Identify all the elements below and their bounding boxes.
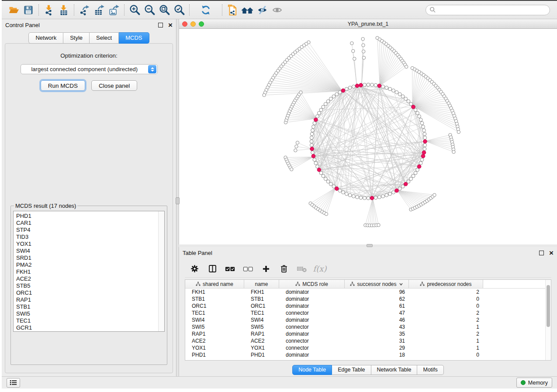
table-row[interactable]: SWI5SWI5connector431: [185, 323, 545, 330]
list-item[interactable]: ACE2: [16, 275, 158, 282]
zoom-selected-icon[interactable]: [172, 3, 187, 17]
import-table-icon[interactable]: [56, 3, 71, 17]
table-cell[interactable]: RAP1: [244, 330, 279, 337]
tab-select[interactable]: Select: [90, 32, 119, 44]
table-cell[interactable]: 96: [345, 289, 409, 296]
toggle-column-view-icon[interactable]: [207, 264, 218, 274]
table-cell[interactable]: YOX1: [185, 344, 244, 351]
search-box[interactable]: [426, 5, 550, 15]
list-item[interactable]: CAR1: [16, 220, 158, 227]
table-cell[interactable]: YOX1: [244, 344, 279, 351]
table-cell[interactable]: 43: [345, 323, 409, 330]
tab-node-table[interactable]: Node Table: [292, 365, 332, 375]
table-row[interactable]: RAP1RAP1dominator352: [185, 330, 545, 337]
table-cell[interactable]: 46: [345, 316, 409, 323]
list-item[interactable]: ORC1: [16, 289, 158, 296]
table-cell[interactable]: ORC1: [244, 303, 279, 309]
table-settings-icon[interactable]: [189, 264, 200, 274]
tab-edge-table[interactable]: Edge Table: [332, 365, 371, 375]
column-header-predecessor-nodes[interactable]: predecessor nodes: [409, 280, 483, 288]
list-item[interactable]: TID3: [16, 234, 158, 241]
bird-eye-view-icon[interactable]: [270, 3, 284, 17]
table-cell[interactable]: 0: [409, 351, 483, 358]
table-row[interactable]: FKH1FKH1dominator962: [185, 289, 545, 296]
export-network-icon[interactable]: [77, 3, 92, 17]
table-cell[interactable]: connector: [279, 309, 345, 316]
table-cell[interactable]: 2: [409, 316, 483, 323]
table-row[interactable]: PHD1PHD1dominator180: [185, 351, 545, 358]
float-panel-icon[interactable]: [539, 251, 544, 255]
list-item[interactable]: FKH1: [16, 268, 158, 275]
list-item[interactable]: TEC1: [16, 317, 158, 324]
column-header-successor-nodes[interactable]: successor nodes: [345, 280, 409, 288]
table-cell[interactable]: 1: [409, 337, 483, 344]
table-cell[interactable]: 0: [409, 296, 483, 303]
network-canvas[interactable]: [179, 29, 557, 244]
table-cell[interactable]: SWI5: [185, 323, 244, 330]
table-row[interactable]: SWI4SWI4dominator462: [185, 316, 545, 323]
table-cell[interactable]: 31: [345, 337, 409, 344]
zoom-fit-icon[interactable]: [157, 3, 172, 17]
table-cell[interactable]: ACE2: [185, 337, 244, 344]
table-cell[interactable]: SWI4: [244, 316, 279, 323]
network-window-titlebar[interactable]: YPA_prune.txt_1: [179, 19, 557, 29]
window-close-button[interactable]: [182, 21, 187, 27]
create-column-icon[interactable]: [261, 264, 271, 274]
table-cell[interactable]: 2: [409, 330, 483, 337]
export-table-icon[interactable]: [92, 3, 107, 17]
table-cell[interactable]: RAP1: [185, 330, 244, 337]
close-panel-button[interactable]: Close panel: [91, 80, 137, 91]
table-cell[interactable]: FKH1: [185, 289, 244, 296]
export-image-icon[interactable]: [107, 3, 121, 17]
deselect-all-rows-icon[interactable]: [243, 264, 253, 274]
list-item[interactable]: STB5: [16, 282, 158, 289]
list-item[interactable]: SRD1: [16, 254, 158, 261]
toggle-graphics-details-icon[interactable]: [255, 3, 270, 17]
list-item[interactable]: SWI5: [16, 310, 158, 317]
run-mcds-button[interactable]: Run MCDS: [41, 80, 85, 91]
table-cell[interactable]: 35: [345, 330, 409, 337]
float-panel-icon[interactable]: [158, 23, 163, 28]
list-item[interactable]: GCR1: [16, 324, 158, 331]
tab-motifs[interactable]: Motifs: [417, 365, 443, 375]
list-item[interactable]: STP4: [16, 227, 158, 234]
task-history-button[interactable]: [7, 378, 20, 388]
table-cell[interactable]: 2: [409, 309, 483, 316]
zoom-in-icon[interactable]: [127, 3, 142, 17]
refresh-view-icon[interactable]: [198, 3, 213, 17]
table-row[interactable]: TEC1TEC1connector472: [185, 309, 545, 316]
column-header-mcds-role[interactable]: MCDS role: [279, 280, 345, 288]
table-cell[interactable]: 62: [345, 296, 409, 303]
table-row[interactable]: ACE2ACE2connector311: [185, 337, 545, 344]
tab-network[interactable]: Network: [28, 32, 63, 44]
vertical-splitter[interactable]: [176, 19, 179, 376]
column-header-name[interactable]: name: [244, 280, 279, 288]
select-all-rows-icon[interactable]: [225, 264, 235, 274]
table-row[interactable]: ORC1ORC1dominator610: [185, 303, 545, 309]
column-header-shared-name[interactable]: shared name: [185, 280, 244, 288]
splitter-grip[interactable]: [176, 197, 180, 204]
list-item[interactable]: PHD1: [16, 213, 158, 220]
close-panel-icon[interactable]: ×: [168, 23, 173, 28]
window-minimize-button[interactable]: [190, 21, 196, 27]
table-cell[interactable]: connector: [279, 323, 345, 330]
delete-columns-icon[interactable]: [279, 264, 289, 274]
table-scrollbar[interactable]: [545, 280, 551, 360]
list-item[interactable]: SWI4: [16, 248, 158, 254]
optimization-criterion-select[interactable]: largest connected component (undirected): [21, 64, 158, 74]
scrollbar-thumb[interactable]: [547, 285, 550, 327]
import-network-icon[interactable]: [42, 3, 56, 17]
table-cell[interactable]: dominator: [279, 330, 345, 337]
graph-nodes[interactable]: [263, 36, 460, 227]
table-cell[interactable]: SWI5: [244, 323, 279, 330]
table-row[interactable]: STB1STB1dominator620: [185, 296, 545, 303]
window-maximize-button[interactable]: [199, 21, 204, 27]
list-item[interactable]: STB1: [16, 303, 158, 310]
table-cell[interactable]: dominator: [279, 303, 345, 309]
table-cell[interactable]: STB1: [244, 296, 279, 303]
save-session-icon[interactable]: [21, 3, 36, 17]
clone-network-icon[interactable]: [225, 3, 240, 17]
table-cell[interactable]: PHD1: [185, 351, 244, 358]
splitter-grip[interactable]: [367, 244, 373, 247]
list-scrollbar[interactable]: [158, 211, 164, 331]
